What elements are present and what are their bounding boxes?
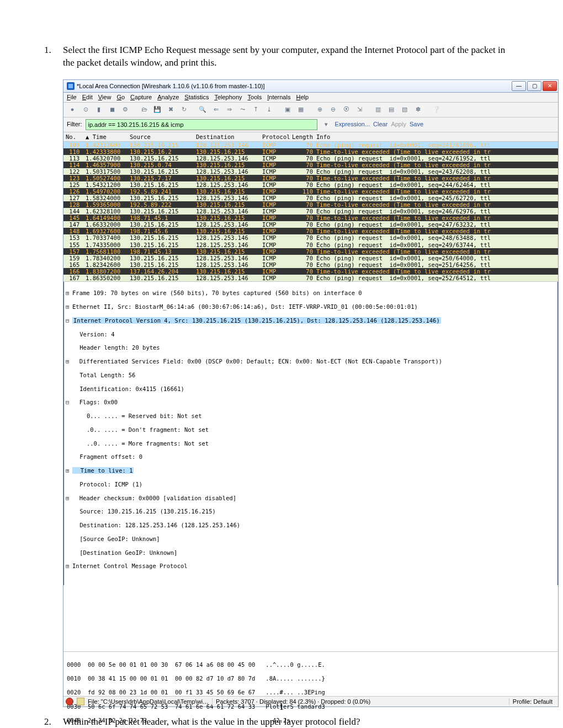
detail-eth[interactable]: Ethernet II, Src: BiostarM_06:14:a6 (00:…	[72, 303, 418, 310]
packet-row[interactable]: 1481.69327600198.71.45.6130.215.16.215IC…	[63, 228, 558, 234]
expression-link[interactable]: Expression...	[335, 121, 370, 128]
packet-row[interactable]: 1251.54321200130.215.16.215128.125.253.1…	[63, 181, 558, 188]
maximize-button[interactable]: ▢	[527, 81, 541, 91]
packet-row[interactable]: 1261.54970200192.5.89.241130.215.16.215I…	[63, 188, 558, 195]
q2-text: Within the IP packet header, what is the…	[63, 716, 519, 728]
col-len[interactable]: Length	[289, 133, 316, 140]
packet-row[interactable]: 1651.82342600130.215.16.215128.125.253.1…	[63, 261, 558, 268]
stop-capture-icon[interactable]: ⊙	[80, 104, 91, 115]
menu-help[interactable]: Help	[296, 94, 309, 101]
apply-link[interactable]: Apply	[391, 121, 406, 128]
col-dst[interactable]: Destination	[196, 133, 262, 140]
menu-internals[interactable]: Internals	[267, 94, 290, 101]
packet-row[interactable]: 1451.64149400198.71.45.1130.215.16.215IC…	[63, 215, 558, 221]
packet-row[interactable]: 1441.62328100130.215.16.215128.125.253.1…	[63, 208, 558, 215]
col-prot[interactable]: Protocol	[262, 133, 289, 140]
packet-row[interactable]: 1101.42333800130.215.16.2130.215.16.215I…	[63, 148, 558, 155]
autoscroll-icon[interactable]: ▣	[282, 104, 293, 115]
menu-telephony[interactable]: Telephony	[214, 94, 242, 101]
close-capture-icon[interactable]: ✖	[165, 104, 176, 115]
packet-row[interactable]: 1141.46357900130.215.0.74130.215.16.215I…	[63, 162, 558, 168]
packet-row[interactable]: 1131.46320700130.215.16.215128.125.253.1…	[63, 155, 558, 162]
packet-row[interactable]: 1281.59365000192.5.89.222130.215.16.215I…	[63, 201, 558, 208]
col-time[interactable]: ▲ Time	[86, 133, 130, 140]
packet-row[interactable]: 1591.78340200130.215.16.215128.125.253.1…	[63, 255, 558, 261]
menu-file[interactable]: File	[67, 94, 77, 101]
go-last-icon[interactable]: ⤓	[263, 104, 274, 115]
packet-row[interactable]: 1221.50317500130.215.16.215128.125.253.1…	[63, 168, 558, 175]
menu-analyze[interactable]: Analyze	[157, 94, 179, 101]
detail-icmp[interactable]: Internet Control Message Protocol	[72, 563, 188, 569]
packet-row[interactable]: 1531.70337400130.215.16.215128.125.253.1…	[63, 234, 558, 241]
detail-dstip: Destination: 128.125.253.146 (128.125.25…	[66, 522, 556, 528]
packet-row[interactable]: 1571.75681100198.71.45.13130.215.16.215I…	[63, 248, 558, 255]
packet-row[interactable]: 1231.50527400130.215.7.17130.215.16.215I…	[63, 175, 558, 181]
go-first-icon[interactable]: ⤒	[250, 104, 261, 115]
display-filter-icon[interactable]: ▤	[386, 104, 397, 115]
packet-row[interactable]: 1671.86350200130.215.16.215128.125.253.1…	[63, 275, 558, 281]
filter-label: Filter:	[67, 121, 82, 128]
restart-icon[interactable]: ▮	[93, 104, 104, 115]
menu-edit[interactable]: Edit	[82, 94, 93, 101]
capture-filter-icon[interactable]: ▥	[373, 104, 384, 115]
detail-dsf[interactable]: Differentiated Services Field: 0x00 (DSC…	[72, 358, 442, 365]
detail-ip[interactable]: Internet Protocol Version 4, Src: 130.21…	[72, 317, 441, 324]
packet-row[interactable]: 1551.74335000130.215.16.215128.125.253.1…	[63, 242, 558, 248]
record-icon[interactable]: ●	[67, 104, 78, 115]
prefs-icon[interactable]: ✽	[412, 104, 423, 115]
hex-line: 0000 00 00 5e 00 01 01 00 30 67 06 14 a6…	[67, 661, 555, 668]
find-icon[interactable]: 🔍	[197, 104, 208, 115]
titlebar: *Local Area Connection [Wireshark 1.10.6…	[63, 80, 558, 93]
options-icon[interactable]: ⚙	[120, 104, 131, 115]
go-to-icon[interactable]: ⤳	[237, 104, 248, 115]
col-no[interactable]: No.	[66, 133, 86, 140]
zoom-out-icon[interactable]: ⊖	[327, 104, 338, 115]
packet-row[interactable]: 1091.42312600130.215.16.215128.125.253.1…	[63, 142, 558, 148]
detail-cksum[interactable]: Header checksum: 0x0000 [validation disa…	[72, 495, 236, 501]
detail-frame[interactable]: Frame 109: 70 bytes on wire (560 bits), …	[72, 290, 362, 296]
colorize-icon[interactable]: ▦	[295, 104, 306, 115]
resize-cols-icon[interactable]: ⇲	[354, 104, 365, 115]
col-src[interactable]: Source	[130, 133, 196, 140]
menu-go[interactable]: Go	[116, 94, 125, 101]
close-button[interactable]: ✕	[543, 81, 557, 91]
packet-list[interactable]: No. ▲ Time Source Destination Protocol L…	[63, 132, 558, 281]
minimize-button[interactable]: —	[512, 81, 526, 91]
go-back-icon[interactable]: ⇐	[210, 104, 221, 115]
menu-statistics[interactable]: Statistics	[184, 94, 209, 101]
detail-ttl[interactable]: Time to live: 1	[72, 467, 134, 474]
menu-tools[interactable]: Tools	[248, 94, 262, 101]
go-forward-icon[interactable]: ⇒	[224, 104, 235, 115]
coloring-rules-icon[interactable]: ▧	[399, 104, 410, 115]
q1-number: 1.	[44, 44, 63, 69]
stop-icon[interactable]: ◼	[107, 104, 118, 115]
detail-flags[interactable]: Flags: 0x00	[72, 399, 118, 405]
filter-input[interactable]	[86, 119, 317, 130]
clear-link[interactable]: Clear	[373, 121, 387, 128]
q1-text: Select the first ICMP Echo Request messa…	[63, 44, 519, 69]
col-info[interactable]: Info	[316, 133, 556, 140]
zoom-in-icon[interactable]: ⊕	[314, 104, 325, 115]
help-icon[interactable]: ❔	[431, 104, 442, 115]
detail-sgeo: [Source GeoIP: Unknown]	[66, 536, 556, 542]
open-icon[interactable]: 🗁	[139, 104, 150, 115]
hex-pane[interactable]: 0000 00 00 5e 00 01 01 00 30 67 06 14 a6…	[63, 651, 558, 696]
hex-line: 0020 fd 92 08 00 23 1d 00 01 00 f1 33 45…	[67, 689, 555, 696]
packet-row[interactable]: 1271.58324000130.215.16.215128.125.253.1…	[63, 195, 558, 201]
menu-view[interactable]: View	[98, 94, 111, 101]
packet-row[interactable]: 1471.66332000130.215.16.215128.125.253.1…	[63, 221, 558, 228]
page-number: 1	[0, 702, 563, 713]
save-icon[interactable]: 💾	[152, 104, 163, 115]
menu-capture[interactable]: Capture	[130, 94, 152, 101]
zoom-reset-icon[interactable]: ⦿	[341, 104, 352, 115]
detail-tlen: Total Length: 56	[66, 372, 556, 378]
reload-icon[interactable]: ↻	[178, 104, 189, 115]
packet-row[interactable]: 1661.83807200137.164.26.204130.215.16.21…	[63, 268, 558, 275]
save-link[interactable]: Save	[410, 121, 423, 128]
detail-srcip: Source: 130.215.16.215 (130.215.16.215)	[66, 508, 556, 515]
dropdown-icon[interactable]: ▾	[321, 119, 332, 130]
detail-version: Version: 4	[66, 331, 556, 338]
packet-details[interactable]: ⊞Frame 109: 70 bytes on wire (560 bits),…	[63, 281, 558, 586]
detail-hlen: Header length: 20 bytes	[66, 344, 556, 351]
packet-list-header[interactable]: No. ▲ Time Source Destination Protocol L…	[63, 132, 558, 142]
